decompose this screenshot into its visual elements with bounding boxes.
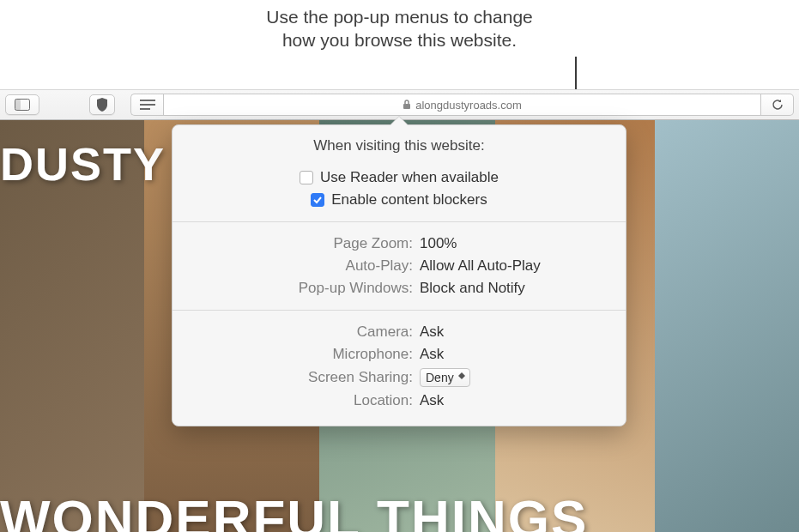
microphone-popup[interactable]: Ask [420,346,444,363]
screen-sharing-row: Screen Sharing: Deny [173,366,626,390]
camera-popup[interactable]: Ask [420,323,444,341]
popup-windows-popup[interactable]: Block and Notify [420,280,525,297]
reload-icon [772,99,784,111]
svg-rect-2 [140,100,155,101]
page-zoom-row: Page Zoom: 100% [173,233,626,255]
lock-icon [403,100,411,110]
content-blockers-checkbox[interactable] [311,193,324,207]
bg-heading-2: WONDERFUL THINGS [0,488,588,532]
auto-play-popup[interactable]: Allow All Auto-Play [420,257,541,275]
page-zoom-popup[interactable]: 100% [420,235,457,252]
annotation-line-2: how you browse this website. [0,28,799,51]
location-popup[interactable]: Ask [420,392,444,409]
screen-sharing-popup[interactable]: Deny [420,368,470,387]
auto-play-label: Auto-Play: [190,257,413,275]
browser-toolbar: alongdustyroads.com [0,89,799,120]
check-icon [312,195,323,205]
page-zoom-label: Page Zoom: [190,235,413,252]
popover-title: When visiting this website: [173,137,626,154]
content-blockers-label: Enable content blockers [331,191,487,209]
camera-label: Camera: [190,323,413,341]
address-bar-group: alongdustyroads.com [130,94,794,116]
use-reader-checkbox[interactable] [300,171,313,184]
camera-row: Camera: Ask [173,321,626,343]
use-reader-label: Use Reader when available [320,169,499,186]
url-text: alongdustyroads.com [415,99,522,112]
reload-button[interactable] [761,94,794,116]
screen-sharing-label: Screen Sharing: [190,369,413,386]
annotation-callout: Use the pop-up menus to change how you b… [0,5,799,52]
popup-windows-row: Pop-up Windows: Block and Notify [173,277,626,299]
svg-rect-5 [403,104,410,109]
popup-windows-label: Pop-up Windows: [190,280,413,297]
privacy-report-button[interactable] [89,94,115,115]
divider [173,221,626,222]
reader-lines-icon [140,100,155,110]
microphone-row: Microphone: Ask [173,343,626,366]
location-row: Location: Ask [173,390,626,412]
annotation-line-1: Use the pop-up menus to change [0,5,799,28]
microphone-label: Microphone: [190,346,413,363]
svg-rect-1 [15,100,21,111]
shield-icon [96,98,108,112]
svg-rect-4 [140,108,150,110]
website-settings-popover: When visiting this website: Use Reader w… [172,124,626,426]
auto-play-row: Auto-Play: Allow All Auto-Play [173,255,626,277]
address-bar[interactable]: alongdustyroads.com [163,94,761,116]
divider [173,310,626,311]
popover-arrow [390,117,409,126]
svg-rect-3 [140,104,155,106]
location-label: Location: [190,392,413,409]
sidebar-icon [15,99,30,111]
reader-view-button[interactable] [130,94,163,116]
sidebar-toggle-button[interactable] [5,94,39,115]
